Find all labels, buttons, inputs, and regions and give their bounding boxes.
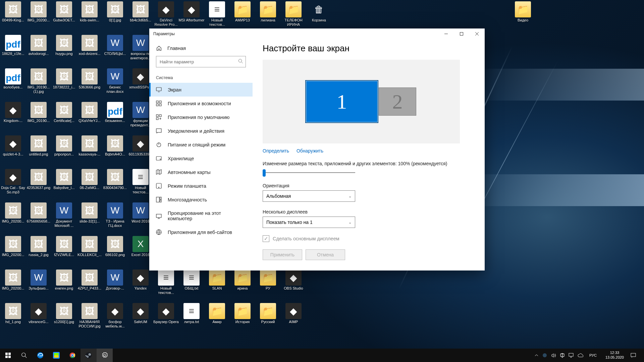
desktop-icon[interactable]: 🖼0[1].jpg	[102, 1, 128, 22]
desktop-icon[interactable]: 🖼00499-King...	[0, 1, 26, 22]
desktop-icon[interactable]: 🖼BqbmA4O...	[102, 135, 128, 157]
desktop-icon[interactable]: 🖼Gubw3OET...	[51, 1, 77, 22]
desktop-icon[interactable]: 🖼IMG_20200...	[0, 269, 26, 291]
tray-volume-icon[interactable]	[551, 353, 556, 358]
desktop-icon[interactable]: 🖼18738222_i...	[51, 68, 77, 89]
tray-language[interactable]: РУС	[587, 353, 599, 357]
desktop-icon[interactable]: 🖼НАЗВАНИЯ РОССИИ.jpg	[76, 303, 103, 328]
desktop-icon[interactable]: 📁РУ	[255, 269, 281, 291]
desktop-icon[interactable]: 📁Амир	[204, 303, 230, 324]
desktop-icon[interactable]: ◆Kingdom-...	[0, 102, 26, 123]
desktop-icon[interactable]: 📁лилиана	[255, 1, 281, 22]
desktop-icon[interactable]: ◆босфор мебель.w...	[102, 303, 128, 328]
sidebar-item-default[interactable]: Приложения по умолчанию	[149, 110, 253, 124]
desktop-icon[interactable]: 🖼huygu.png	[51, 35, 77, 56]
desktop-icon[interactable]: 🖼IMG_20200...	[0, 236, 26, 257]
taskbar-bluestacks[interactable]	[48, 349, 64, 362]
desktop-icon[interactable]: ≡Новый текстов...	[153, 269, 179, 295]
desktop-icon[interactable]: 🖼IMG_20200...	[0, 202, 26, 224]
desktop-icon[interactable]: 🖼5363666.png	[76, 68, 103, 89]
desktop-icon[interactable]: 📁SLAN	[204, 269, 230, 291]
taskbar-search[interactable]	[16, 349, 32, 362]
sidebar-item-apps[interactable]: Приложения и возможности	[149, 97, 253, 110]
window-titlebar[interactable]: Параметры	[149, 28, 485, 39]
desktop-icon[interactable]: 🖼slide-32[1]...	[76, 202, 103, 224]
tray-clock[interactable]: 12:33 13.05.2020	[603, 351, 627, 360]
desktop-icon[interactable]: WСТОЛИЦЫ...	[102, 35, 128, 56]
desktop-icon[interactable]: 🖼8300434790...	[102, 169, 128, 190]
tray-steam-icon[interactable]	[542, 353, 547, 358]
taskbar-chrome[interactable]	[64, 349, 80, 362]
tray-onedrive-icon[interactable]	[578, 353, 583, 357]
desktop-icon[interactable]: ◆vibranceG...	[25, 303, 52, 324]
sidebar-item-webapps[interactable]: Приложения для веб-сайтов	[149, 225, 253, 239]
desktop-icon[interactable]: ◆MSI Afterburner	[178, 1, 205, 22]
desktop-icon[interactable]: 🖼fZVZWfLE...	[51, 236, 77, 257]
taskbar-settings[interactable]	[97, 349, 113, 362]
desktop-icon[interactable]: 🖼s1200[1].jpg	[51, 303, 77, 324]
tray-action-center-icon[interactable]	[631, 353, 636, 358]
desktop-icon[interactable]: ≡Новый текстов...	[204, 1, 230, 27]
desktop-icon[interactable]: 🖼kassovaya-...	[76, 135, 103, 157]
desktop-icon[interactable]: WТЗ - Ирина ГЦ.docx	[102, 202, 128, 228]
desktop-icon[interactable]: 🖼IMG_20190... (1).jpg	[25, 68, 52, 94]
sidebar-item-tablet[interactable]: Режим планшета	[149, 179, 253, 193]
tray-chevron-up-icon[interactable]	[535, 354, 538, 357]
desktop-icon[interactable]: 🖼686102.png	[102, 236, 128, 257]
monitor-2[interactable]: 2	[379, 87, 416, 116]
desktop-icon[interactable]: 🖼QXaVHeYJ...	[76, 102, 103, 123]
desktop-icon[interactable]: pdfбезымянн...	[102, 102, 128, 123]
search-input[interactable]	[156, 56, 246, 67]
scale-slider[interactable]	[263, 168, 355, 177]
slider-thumb[interactable]	[263, 169, 266, 177]
desktop-icon[interactable]: 🖼енкген.png	[51, 269, 77, 291]
desktop-icon[interactable]: 🖼hd_1.png	[0, 303, 26, 324]
desktop-icon[interactable]: ◆AIMP	[280, 303, 307, 324]
desktop-icon[interactable]: pdfволобуев...	[0, 68, 26, 89]
desktop-icon[interactable]: ◆Браузер Opera	[153, 303, 179, 324]
sidebar-item-display[interactable]: Экран	[149, 83, 253, 97]
sidebar-item-storage[interactable]: Хранилище	[149, 152, 253, 165]
desktop-icon[interactable]: ≡ОБЩ.txt	[178, 269, 205, 291]
sidebar-item-maps[interactable]: Автономные карты	[149, 165, 253, 179]
desktop-icon[interactable]: 🖼4ZPLf_P433...	[76, 269, 103, 291]
desktop-icon[interactable]: 📁ирина	[229, 269, 256, 291]
desktop-icon[interactable]: ◆Doja Cat - Say So.mp3	[0, 169, 26, 194]
desktop-icon[interactable]: ≡литра.txt	[178, 303, 205, 324]
taskbar-steam[interactable]	[80, 349, 97, 362]
desktop-icon[interactable]: 📁Видео	[510, 1, 536, 22]
link-detect[interactable]: Обнаружить	[297, 148, 323, 154]
desktop-icon[interactable]: ◆DaVinci Resolve Pro...	[153, 1, 179, 27]
desktop-icon[interactable]: ◆OBS Studio	[280, 269, 307, 291]
desktop-icon[interactable]: 🖼Certificate[...	[51, 102, 77, 123]
taskbar-edge[interactable]	[32, 349, 48, 362]
minimize-button[interactable]	[438, 28, 454, 39]
settings-main[interactable]: Настройте ваш экран 1 2 Определить Обнар…	[253, 39, 485, 270]
desktop-icon[interactable]: 🖼russia_2.jpg	[25, 236, 52, 257]
sidebar-item-home[interactable]: Главная	[156, 42, 246, 56]
maximize-button[interactable]	[454, 28, 469, 39]
start-button[interactable]	[0, 349, 16, 362]
sidebar-item-project[interactable]: Проецирование на этот компьютер	[149, 206, 253, 225]
desktop-icon[interactable]: 🖼рлролрол...	[51, 135, 77, 157]
desktop-icon[interactable]: ◆quizlet-4-3...	[0, 135, 26, 157]
desktop-icon[interactable]: ◆SafeUM	[127, 303, 154, 324]
desktop-icon[interactable]: 📁Русский	[255, 303, 281, 324]
monitor-preview[interactable]: 1 2	[263, 60, 460, 143]
desktop-icon[interactable]: 🖼6756865658...	[25, 202, 52, 224]
desktop-icon[interactable]: 📁ТЕЛЕФОН ИРИНА	[280, 1, 307, 27]
desktop-icon[interactable]: 🖼xod-dvizeni...	[76, 35, 103, 56]
sidebar-item-power[interactable]: Питание и спящий режим	[149, 138, 253, 152]
desktop-icon[interactable]: WДоговор-...	[102, 269, 128, 291]
desktop-icon[interactable]: 🗑Корзина	[306, 1, 332, 22]
link-identify[interactable]: Определить	[263, 148, 289, 154]
desktop-icon[interactable]: 📁История	[229, 303, 256, 324]
desktop-icon[interactable]: 🖼bb4c3d6b5...	[127, 1, 154, 22]
tray-network-icon[interactable]	[569, 353, 574, 358]
close-button[interactable]	[469, 28, 485, 39]
desktop-icon[interactable]: Wбизнес план.docx	[102, 68, 128, 94]
desktop-icon[interactable]: 🖼06-ZstMG...	[76, 169, 103, 190]
desktop-icon[interactable]: 🖼kids-swim...	[76, 1, 103, 22]
desktop-icon[interactable]: WЗульфаиз...	[25, 269, 52, 291]
desktop-icon[interactable]: 📁АМИР13	[229, 1, 256, 22]
